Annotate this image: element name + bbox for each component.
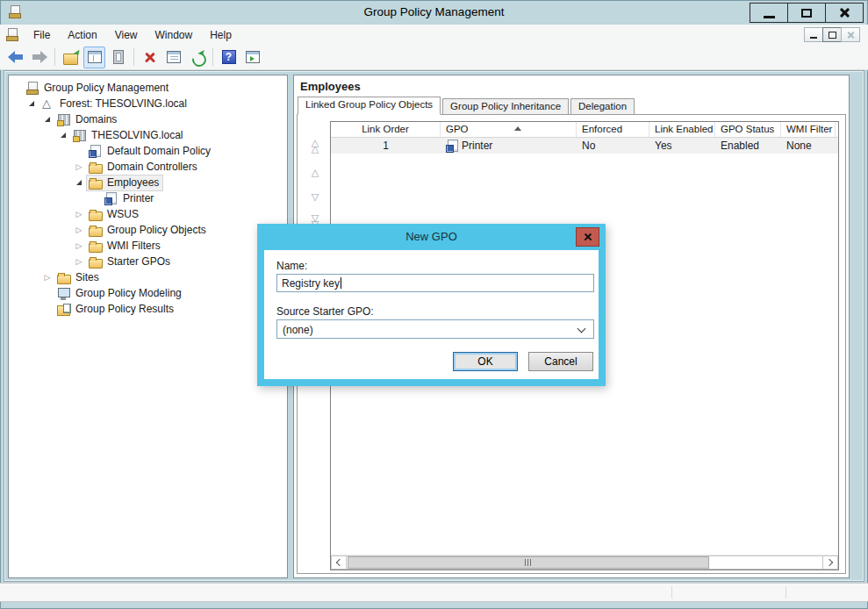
child-minimize-button[interactable]: [804, 27, 823, 42]
toolbar-separator: [133, 48, 134, 66]
sites-folder-icon: [57, 271, 71, 284]
tree-item-sites[interactable]: Sites: [9, 269, 287, 285]
clipboard-button[interactable]: [107, 47, 129, 68]
gpo-icon: [89, 145, 103, 158]
maximize-button[interactable]: [787, 3, 826, 23]
tree-item-wmi-filters[interactable]: WMI Filters: [9, 238, 287, 254]
expander-icon[interactable]: [25, 101, 39, 106]
expander-icon[interactable]: [72, 162, 86, 171]
close-icon: [839, 7, 850, 18]
menu-view[interactable]: View: [106, 26, 147, 44]
column-header-gpo-status[interactable]: GPO Status: [715, 122, 781, 137]
tree-item-label: Sites: [75, 271, 99, 283]
help-icon: [220, 48, 238, 66]
tab-group-policy-inheritance[interactable]: Group Policy Inheritance: [442, 98, 569, 115]
column-header-link-order[interactable]: Link Order: [331, 122, 441, 137]
tree-item-starter-gpos[interactable]: Starter GPOs: [9, 254, 287, 269]
new-window-button[interactable]: [241, 47, 263, 68]
name-label: Name:: [276, 260, 307, 272]
domain-icon: [73, 129, 87, 142]
refresh-button[interactable]: [186, 47, 208, 68]
expander-icon[interactable]: [40, 273, 54, 282]
source-starter-gpo-label: Source Starter GPO:: [276, 305, 374, 318]
move-link-up-button[interactable]: [305, 164, 326, 180]
expander-icon[interactable]: [72, 210, 86, 219]
move-link-down-button[interactable]: [305, 189, 326, 204]
dialog-body: Name: Registry key Source Starter GPO: (…: [264, 250, 599, 379]
cell-enforced: No: [577, 139, 649, 153]
export-list-button[interactable]: [60, 47, 82, 68]
cancel-button[interactable]: Cancel: [528, 352, 593, 371]
cell-link-order: 1: [331, 139, 441, 153]
scroll-right-button[interactable]: [822, 555, 838, 570]
toolbar-separator: [212, 48, 213, 66]
scrollbar-track[interactable]: [347, 555, 822, 570]
tree-item-domains[interactable]: Domains: [9, 111, 287, 127]
source-starter-gpo-dropdown[interactable]: (none): [276, 319, 594, 339]
tree-item-wsus[interactable]: WSUS: [9, 206, 287, 222]
starter-folder-icon: [89, 255, 103, 269]
expander-icon[interactable]: [72, 180, 86, 185]
child-close-button[interactable]: [841, 27, 860, 42]
expander-icon[interactable]: [72, 226, 86, 234]
help-button[interactable]: [218, 47, 240, 68]
folder-icon: [89, 208, 103, 221]
clipboard-icon: [110, 48, 127, 66]
child-restore-button[interactable]: [822, 27, 842, 42]
column-header-enforced[interactable]: Enforced: [577, 122, 649, 137]
tree-item-group-policy-results[interactable]: Group Policy Results: [9, 301, 287, 317]
tree-item-default-domain-policy[interactable]: Default Domain Policy: [9, 143, 287, 159]
menu-bar: File Action View Window Help: [0, 25, 868, 45]
column-header-link-enabled[interactable]: Link Enabled: [649, 122, 715, 137]
expander-icon[interactable]: [72, 257, 86, 266]
tree-item-group-policy-objects[interactable]: Group Policy Objects: [9, 222, 287, 238]
minimize-icon: [810, 37, 817, 39]
tree-item-gpm-root[interactable]: Group Policy Management: [9, 80, 287, 96]
tree-item-domain[interactable]: THESOLVING.local: [9, 127, 287, 143]
tree-item-domain-controllers[interactable]: Domain Controllers: [9, 159, 287, 175]
results-icon: [57, 303, 71, 316]
tree-item-label: THESOLVING.local: [91, 129, 183, 141]
expander-icon[interactable]: [56, 133, 70, 138]
gpo-icon: [104, 192, 118, 205]
tree-item-label: Group Policy Objects: [107, 224, 206, 236]
title-bar: Group Policy Management: [0, 0, 868, 25]
show-console-tree-button[interactable]: [83, 47, 105, 68]
selected-tree-item[interactable]: Employees: [86, 175, 163, 191]
tree-item-printer[interactable]: Printer: [9, 190, 287, 206]
tree-item-employees[interactable]: Employees: [9, 175, 287, 190]
expander-icon[interactable]: [40, 117, 54, 122]
menu-action[interactable]: Action: [59, 26, 105, 44]
menu-file[interactable]: File: [25, 26, 59, 44]
forward-button[interactable]: [28, 47, 50, 68]
sort-ascending-icon: [514, 126, 521, 131]
ok-button[interactable]: OK: [453, 352, 518, 371]
horizontal-scrollbar[interactable]: [331, 555, 838, 570]
tab-linked-group-policy-objects[interactable]: Linked Group Policy Objects: [298, 97, 441, 115]
column-header-modified[interactable]: Modified: [836, 122, 839, 137]
restore-icon: [829, 32, 836, 39]
minimize-button[interactable]: [750, 3, 788, 23]
column-header-wmi-filter[interactable]: WMI Filter: [781, 122, 836, 137]
close-button[interactable]: [825, 3, 864, 23]
menu-help[interactable]: Help: [201, 26, 240, 44]
move-link-to-top-button[interactable]: [305, 138, 326, 154]
tree-item-group-policy-modeling[interactable]: Group Policy Modeling: [9, 285, 287, 301]
chevron-down-icon: [577, 325, 586, 333]
back-button[interactable]: [4, 47, 26, 68]
tree-item-label: Group Policy Results: [75, 303, 174, 315]
dialog-close-button[interactable]: [576, 227, 599, 247]
expander-icon[interactable]: [72, 241, 86, 250]
scrollbar-thumb[interactable]: [348, 556, 709, 569]
delete-button[interactable]: [139, 47, 161, 68]
scroll-left-button[interactable]: [331, 555, 347, 570]
properties-button[interactable]: [162, 47, 184, 68]
tree-item-forest[interactable]: Forest: THESOLVING.local: [9, 96, 287, 111]
column-header-gpo[interactable]: GPO: [441, 122, 577, 137]
tab-strip: Linked Group Policy Objects Group Policy…: [298, 97, 636, 115]
console-icon: [5, 28, 19, 41]
tab-delegation[interactable]: Delegation: [570, 98, 635, 115]
menu-window[interactable]: Window: [147, 26, 202, 44]
table-row[interactable]: 1 Printer No Yes Enabled None 17.: [331, 138, 838, 154]
gpo-name-input[interactable]: Registry key: [276, 274, 594, 292]
